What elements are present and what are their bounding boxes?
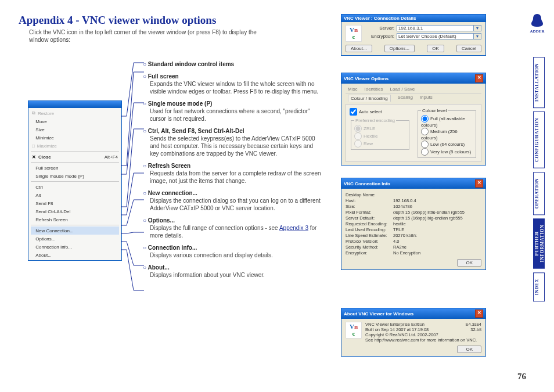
intro-text: Click the VNC icon in the top left corne… [29,28,261,44]
dialog-about: About VNC Viewer for Windows✕ Vnc VNC Vi… [341,308,486,357]
server-input[interactable]: 192.168.3.1 [397,25,474,31]
auto-select-check[interactable] [350,108,357,116]
nav-index[interactable]: INDEX [533,272,545,301]
dialog-connection-info: VNC Connection Info✕ Desktop Name:Host:1… [341,178,486,270]
nav-installation[interactable]: INSTALLATION [533,57,545,108]
enc-zrle [354,125,362,132]
tab-inputs[interactable]: Inputs [420,95,433,102]
appendix3-link[interactable]: Appendix 3 [279,225,308,231]
nav-configuration[interactable]: CONFIGURATION [533,112,545,168]
vnc-logo: Vnc [346,25,362,42]
close-icon[interactable]: ✕ [475,310,483,318]
page-number: 76 [517,372,526,382]
colour-verylow[interactable] [421,148,429,156]
side-nav: INSTALLATION CONFIGURATION OPERATION FUR… [533,57,545,301]
about-button[interactable]: About... [346,45,372,52]
page-title: Appendix 4 - VNC viewer window options [19,14,216,27]
colour-low[interactable] [421,141,429,148]
dialog-connection-details: VNC Viewer : Connection Details Vnc Serv… [341,14,486,56]
tab-identities[interactable]: Identities [364,87,383,92]
close-icon[interactable]: ✕ [475,74,483,82]
enc-raw [354,140,362,148]
nav-operation[interactable]: OPERATION [533,172,545,215]
encryption-select[interactable]: Let Server Choose (Default) [397,33,474,39]
tab-load-save[interactable]: Load / Save [390,87,415,92]
menu-screenshot: ⧉Restore Move Size Minimize □Maximize ✕C… [28,100,122,261]
options-button[interactable]: Options... [384,45,415,52]
ok-button[interactable]: OK [427,45,444,52]
close-icon[interactable]: ✕ [475,179,483,188]
dialog-viewer-options: VNC Viewer Options✕ Misc Identities Load… [341,73,486,166]
ok-button[interactable]: OK [457,346,481,353]
tab-scaling[interactable]: Scaling [398,95,413,102]
adder-logo: ADDER [527,13,547,34]
cancel-button[interactable]: Cancel [456,45,481,52]
colour-medium[interactable] [421,128,429,135]
definitions: Standard window control items Full scree… [143,60,323,283]
nav-further-information[interactable]: FURTHER INFORMATION [533,218,545,268]
colour-full[interactable] [421,115,429,123]
enc-hextile [354,132,362,140]
tab-colour-encoding[interactable]: Colour / Encoding [348,95,391,102]
ok-button[interactable]: OK [457,259,481,267]
vnc-logo: Vnc [346,322,362,339]
tab-misc[interactable]: Misc [348,87,357,92]
